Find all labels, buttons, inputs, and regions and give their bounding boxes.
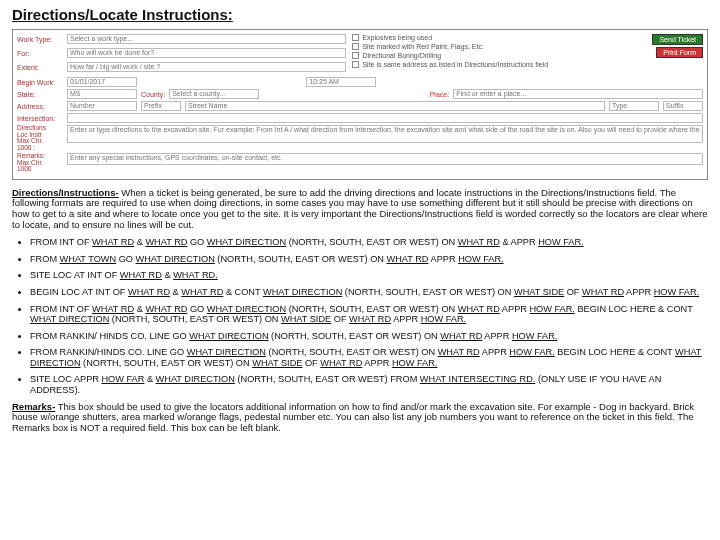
addr-street[interactable]: Street Name — [185, 101, 605, 111]
remarks-paragraph: Remarks- This box should be used to give… — [12, 402, 708, 435]
directions-textarea[interactable]: Enter or type directions to the excavati… — [67, 125, 703, 143]
begin-work-date[interactable]: 01/01/2017 — [67, 77, 137, 87]
lbl-explosives: Explosives being used — [362, 34, 432, 41]
page-title: Directions/Locate Instructions: — [12, 6, 708, 23]
lbl-directions: DirectionsLoc InstrMax Chr.1000 : — [17, 125, 63, 151]
intersection-input[interactable] — [67, 113, 703, 123]
format-list: FROM INT OF WHAT RD & WHAT RD GO WHAT DI… — [12, 237, 708, 395]
list-item: FROM RANKIN/ HINDS CO. LINE GO WHAT DIRE… — [30, 331, 708, 342]
lbl-boring: Directional Boring/Drilling — [362, 52, 441, 59]
place-input[interactable]: Find or enter a place... — [453, 89, 703, 99]
lbl-remarks-field: Remarks:Max Chr.1000 — [17, 153, 63, 173]
checkbox-explosives[interactable] — [352, 34, 359, 41]
state-select[interactable]: MS — [67, 89, 137, 99]
checkbox-same-addr[interactable] — [352, 61, 359, 68]
work-type-select[interactable]: Select a work type... — [67, 34, 346, 44]
list-item: FROM INT OF WHAT RD & WHAT RD GO WHAT DI… — [30, 237, 708, 248]
ticket-form: Work Type:Select a work type... For:Who … — [12, 29, 708, 180]
lbl-same-addr: Site is same address as listed in Direct… — [362, 61, 548, 68]
lbl-marked: Site marked with Red Paint, Flags, Etc. — [362, 43, 483, 50]
lbl-intersection: Intersection: — [17, 115, 63, 122]
lbl-begin-work: Begin Work: — [17, 79, 63, 86]
begin-work-time[interactable]: 10:25 AM — [306, 77, 376, 87]
addr-prefix[interactable]: Prefix — [141, 101, 181, 111]
list-item: FROM RANKIN/HINDS CO. LINE GO WHAT DIREC… — [30, 347, 708, 368]
county-select[interactable]: Select a county... — [169, 89, 259, 99]
list-item: FROM WHAT TOWN GO WHAT DIRECTION (NORTH,… — [30, 254, 708, 265]
addr-number[interactable]: Number — [67, 101, 137, 111]
addr-suffix[interactable]: Suffix — [663, 101, 703, 111]
lbl-address: Address: — [17, 103, 63, 110]
lbl-work-type: Work Type: — [17, 36, 63, 43]
list-item: SITE LOC AT INT OF WHAT RD & WHAT RD. — [30, 270, 708, 281]
checkbox-boring[interactable] — [352, 52, 359, 59]
lbl-place: Place: — [430, 91, 449, 98]
list-item: SITE LOC APPR HOW FAR & WHAT DIRECTION (… — [30, 374, 708, 395]
extent-input[interactable]: How far / big will work / site ? — [67, 62, 346, 72]
lbl-state: State: — [17, 91, 63, 98]
checkbox-marked[interactable] — [352, 43, 359, 50]
lbl-county: County: — [141, 91, 165, 98]
print-form-button[interactable]: Print Form — [656, 47, 703, 58]
for-input[interactable]: Who will work be done for? — [67, 48, 346, 58]
intro-paragraph: Directions/Instructions- When a ticket i… — [12, 188, 708, 232]
send-ticket-button[interactable]: Send Ticket — [652, 34, 703, 45]
lbl-extent: Extent: — [17, 64, 63, 71]
lbl-for: For: — [17, 50, 63, 57]
list-item: BEGIN LOC AT INT OF WHAT RD & WHAT RD & … — [30, 287, 708, 298]
list-item: FROM INT OF WHAT RD & WHAT RD GO WHAT DI… — [30, 304, 708, 325]
remarks-textarea[interactable]: Enter any special instructions, GPS coor… — [67, 153, 703, 165]
addr-type[interactable]: Type — [609, 101, 659, 111]
